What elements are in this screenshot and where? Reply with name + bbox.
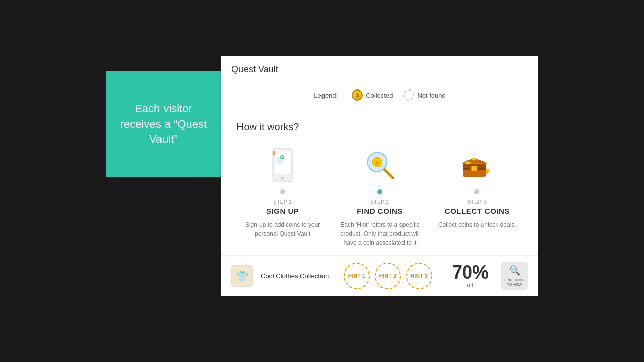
step-2-icon-area: $ (362, 145, 397, 185)
product-name: Cool Clothes Collection (261, 272, 329, 280)
svg-rect-2 (273, 151, 275, 155)
step-2-desc: Each 'Hint' refers to a specific product… (335, 220, 425, 247)
svg-point-22 (472, 158, 477, 160)
legend-bar: Legend: Collected Not found (221, 81, 538, 109)
magnifier-icon: $ (362, 147, 397, 183)
legend-not-found: Not found (403, 89, 445, 101)
step-1: STEP 1 SIGN UP Sign-up to add coins to y… (236, 145, 329, 238)
svg-point-3 (281, 177, 284, 180)
how-it-works-title: How it works? (236, 121, 523, 133)
phone-icon (269, 147, 296, 183)
step-1-label: STEP 1 (273, 199, 292, 205)
panel-title: Quest Vault (231, 64, 528, 75)
how-it-works-section: How it works? (221, 109, 538, 255)
product-thumbnail: 👕 (231, 265, 253, 287)
collected-coin-icon (352, 89, 363, 101)
discount-off: off (467, 282, 473, 289)
steps-container: STEP 1 SIGN UP Sign-up to add coins to y… (236, 145, 523, 247)
svg-text:$: $ (376, 160, 378, 165)
discount-value: 70% (452, 263, 489, 282)
step-1-desc: Sign-up to add coins to your personal Qu… (237, 220, 328, 238)
step-3-label: STEP 3 (468, 199, 487, 205)
legend-collected: Collected (352, 89, 393, 101)
legend-label: Legend: (314, 92, 338, 99)
not-found-coin-icon (403, 89, 414, 101)
product-row: 👕 Cool Clothes Collection HINT 1 HINT 2 … (221, 255, 538, 296)
hint-1-badge[interactable]: HINT 1 (344, 263, 370, 289)
step-3: STEP 3 COLLECT COINS Collect coins to un… (431, 145, 523, 229)
step-1-name: SIGN UP (266, 207, 299, 215)
panel-header: Quest Vault (221, 56, 538, 81)
step-2-dot (377, 189, 382, 194)
step-2-label: STEP 2 (370, 199, 389, 205)
svg-point-21 (466, 161, 471, 164)
find-coins-icon: 🔍 (509, 265, 520, 277)
step-2-name: FIND COINS (357, 207, 403, 215)
svg-point-6 (281, 156, 283, 158)
find-coins-label: FIND COINSTO VIEW (504, 278, 524, 287)
svg-line-12 (385, 170, 393, 178)
step-3-name: COLLECT COINS (445, 207, 510, 215)
hint-2-badge[interactable]: HINT 2 (375, 263, 401, 289)
left-panel: Each visitor receives a “Quest Vault” (106, 71, 221, 177)
step-2: $ STEP 2 FIND COINS Each 'Hint' refers t… (334, 145, 426, 247)
left-panel-text: Each visitor receives a “Quest Vault” (116, 101, 211, 147)
outer-container: Each visitor receives a “Quest Vault” Qu… (106, 56, 538, 296)
find-coins-button[interactable]: 🔍 FIND COINSTO VIEW (501, 262, 528, 290)
step-1-dot (280, 189, 285, 194)
discount-area: 70% off (452, 263, 489, 289)
product-name-area: Cool Clothes Collection (261, 272, 329, 280)
hints-row: HINT 1 HINT 2 HINT 3 (337, 263, 439, 289)
not-found-label: Not found (417, 92, 445, 99)
main-panel: Quest Vault Legend: Collected Not found … (221, 56, 538, 296)
treasure-chest-icon (459, 150, 495, 180)
hint-3-badge[interactable]: HINT 3 (406, 263, 432, 289)
step-3-dot (474, 189, 479, 194)
step-3-desc: Collect coins to unlock deals. (438, 220, 516, 229)
svg-point-20 (473, 167, 475, 169)
step-3-icon-area (459, 145, 495, 185)
collected-label: Collected (366, 92, 393, 99)
step-1-icon-area (269, 145, 296, 185)
